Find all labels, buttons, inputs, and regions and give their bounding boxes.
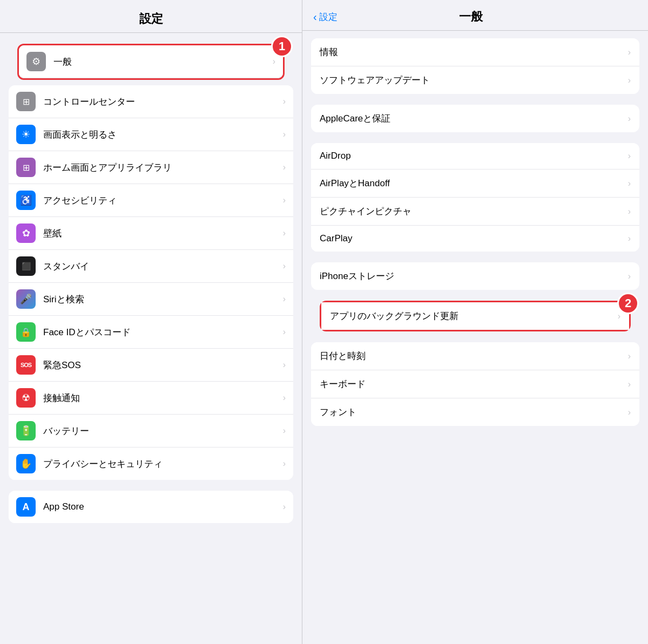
main-settings-group: ⊞ コントロールセンター › ☀ 画面表示と明るさ › ⊞ ホーム画面とアプリラ… [9, 85, 293, 480]
airdrop-label: AirDrop [320, 151, 626, 161]
display-chevron: › [283, 130, 286, 139]
right-group-3: AirDrop › AirPlayとHandoff › ピクチャインピクチャ ›… [311, 143, 639, 252]
pip-chevron: › [628, 207, 631, 216]
sidebar-item-appstore[interactable]: A App Store › [9, 491, 293, 523]
right-group-4: iPhoneストレージ › [311, 262, 639, 290]
right-item-background-refresh[interactable]: アプリのバックグラウンド更新 › [321, 302, 629, 330]
contact-icon: ☢ [16, 388, 36, 408]
display-icon: ☀ [16, 125, 36, 144]
contact-chevron: › [283, 393, 286, 403]
appstore-label: App Store [43, 501, 281, 512]
right-group-6: 日付と時刻 › キーボード › フォント › [311, 342, 639, 426]
sidebar-item-display[interactable]: ☀ 画面表示と明るさ › [9, 118, 293, 151]
accessibility-label: アクセシビリティ [43, 194, 281, 207]
standby-chevron: › [283, 261, 286, 271]
appstore-chevron: › [283, 502, 286, 512]
wallpaper-icon: ✿ [16, 223, 36, 243]
right-content: 情報 › ソフトウェアアップデート › AppleCareと保証 › AirDr… [302, 31, 648, 644]
fonts-label: フォント [320, 406, 626, 418]
general-label: 一般 [53, 56, 271, 68]
right-item-airdrop[interactable]: AirDrop › [311, 143, 639, 170]
display-label: 画面表示と明るさ [43, 128, 281, 141]
standby-icon: ⬛ [16, 256, 36, 276]
background-refresh-label: アプリのバックグラウンド更新 [330, 310, 616, 322]
battery-icon: 🔋 [16, 421, 36, 440]
right-item-carplay[interactable]: CarPlay › [311, 226, 639, 252]
keyboard-chevron: › [628, 379, 631, 389]
appstore-icon: A [16, 497, 36, 517]
home-screen-chevron: › [283, 162, 286, 172]
standby-label: スタンバイ [43, 260, 281, 273]
faceid-chevron: › [283, 327, 286, 337]
carplay-label: CarPlay [320, 233, 626, 244]
sidebar-item-wallpaper[interactable]: ✿ 壁紙 › [9, 217, 293, 250]
home-screen-label: ホーム画面とアプリライブラリ [43, 161, 281, 174]
right-item-info[interactable]: 情報 › [311, 38, 639, 66]
siri-label: Siriと検索 [43, 293, 281, 306]
sidebar-item-control-center[interactable]: ⊞ コントロールセンター › [9, 85, 293, 118]
sos-label: 緊急SOS [43, 359, 281, 371]
back-label: 設定 [319, 11, 338, 23]
sidebar-item-sos[interactable]: SOS 緊急SOS › [9, 349, 293, 382]
accessibility-chevron: › [283, 195, 286, 205]
badge-2: 2 [617, 293, 639, 314]
right-item-keyboard[interactable]: キーボード › [311, 370, 639, 398]
sidebar-item-standby[interactable]: ⬛ スタンバイ › [9, 250, 293, 283]
sidebar-item-general[interactable]: ⚙ 一般 › [19, 45, 283, 78]
right-item-pip[interactable]: ピクチャインピクチャ › [311, 198, 639, 226]
applecare-label: AppleCareと保証 [320, 112, 626, 125]
applecare-chevron: › [628, 114, 631, 124]
general-highlight-box: ⚙ 一般 › 1 [17, 44, 285, 80]
sidebar-item-home-screen[interactable]: ⊞ ホーム画面とアプリライブラリ › [9, 151, 293, 184]
right-group-2: AppleCareと保証 › [311, 105, 639, 132]
sidebar-item-faceid[interactable]: 🔒 Face IDとパスコード › [9, 316, 293, 349]
sos-icon: SOS [16, 355, 36, 375]
contact-label: 接触通知 [43, 392, 281, 404]
privacy-icon: ✋ [16, 454, 36, 473]
left-panel-title: 設定 [0, 0, 302, 33]
sos-chevron: › [283, 360, 286, 370]
right-group-1: 情報 › ソフトウェアアップデート › [311, 38, 639, 94]
sidebar-item-siri[interactable]: 🎤 Siriと検索 › [9, 283, 293, 316]
appstore-group: A App Store › [9, 491, 293, 523]
right-item-software-update[interactable]: ソフトウェアアップデート › [311, 66, 639, 94]
wallpaper-chevron: › [283, 228, 286, 238]
software-update-label: ソフトウェアアップデート [320, 74, 626, 86]
right-header: ‹ 設定 一般 [302, 0, 648, 31]
right-item-iphone-storage[interactable]: iPhoneストレージ › [311, 262, 639, 290]
right-panel: ‹ 設定 一般 情報 › ソフトウェアアップデート › AppleCareと保証… [302, 0, 648, 644]
control-center-chevron: › [283, 97, 286, 106]
siri-chevron: › [283, 294, 286, 304]
back-button[interactable]: ‹ 設定 [313, 11, 338, 23]
right-item-datetime[interactable]: 日付と時刻 › [311, 342, 639, 370]
carplay-chevron: › [628, 234, 631, 243]
battery-label: バッテリー [43, 425, 281, 437]
faceid-label: Face IDとパスコード [43, 326, 281, 338]
wallpaper-label: 壁紙 [43, 227, 281, 240]
back-chevron-icon: ‹ [313, 11, 317, 23]
datetime-chevron: › [628, 351, 631, 361]
sidebar-item-accessibility[interactable]: ♿ アクセシビリティ › [9, 184, 293, 217]
sidebar-item-battery[interactable]: 🔋 バッテリー › [9, 415, 293, 448]
airplay-label: AirPlayとHandoff [320, 177, 626, 189]
privacy-chevron: › [283, 459, 286, 469]
left-panel: 設定 ⚙ 一般 › 1 ⊞ コントロールセンター › [0, 0, 302, 644]
settings-list: ⚙ 一般 › 1 ⊞ コントロールセンター › ☀ 画面表示と明るさ › [0, 33, 302, 644]
fonts-chevron: › [628, 408, 631, 417]
airdrop-chevron: › [628, 151, 631, 161]
right-item-applecare[interactable]: AppleCareと保証 › [311, 105, 639, 132]
control-center-icon: ⊞ [16, 92, 36, 111]
background-refresh-chevron: › [618, 311, 620, 321]
right-item-fonts[interactable]: フォント › [311, 398, 639, 426]
siri-icon: 🎤 [16, 289, 36, 309]
info-label: 情報 [320, 46, 626, 58]
right-item-airplay[interactable]: AirPlayとHandoff › [311, 170, 639, 198]
iphone-storage-chevron: › [628, 272, 631, 281]
info-chevron: › [628, 48, 631, 57]
privacy-label: プライバシーとセキュリティ [43, 458, 281, 470]
datetime-label: 日付と時刻 [320, 350, 626, 362]
general-chevron: › [273, 57, 275, 66]
background-refresh-highlight-box: アプリのバックグラウンド更新 › 2 [320, 301, 631, 331]
sidebar-item-privacy[interactable]: ✋ プライバシーとセキュリティ › [9, 448, 293, 480]
sidebar-item-contact[interactable]: ☢ 接触通知 › [9, 382, 293, 415]
